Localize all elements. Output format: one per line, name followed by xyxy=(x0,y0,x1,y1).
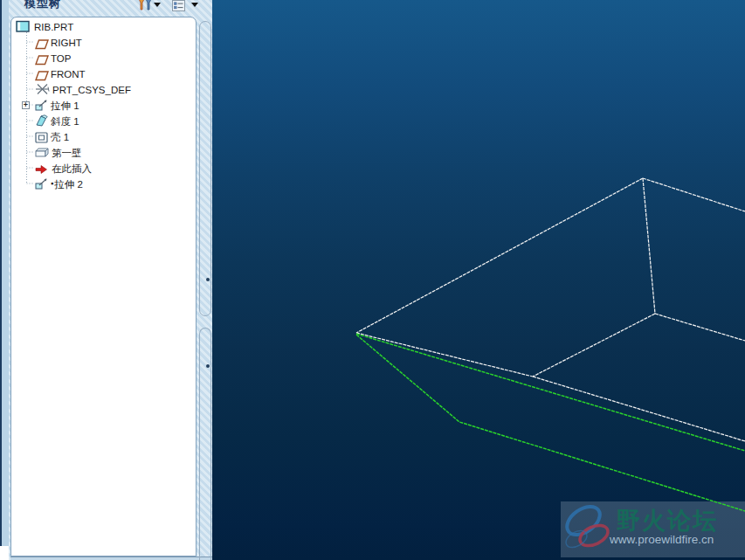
tree-item-rib-prt[interactable]: RIB.PRT xyxy=(16,18,73,34)
expand-toggle[interactable]: + xyxy=(22,101,30,109)
panel-title: 模型树 xyxy=(24,0,61,11)
tree-item-top[interactable]: TOP xyxy=(35,50,71,66)
tree-item-extrude-1[interactable]: 拉伸 1 xyxy=(35,97,79,113)
suppressed-marker: ▪ xyxy=(51,179,53,188)
part-icon xyxy=(16,20,30,36)
tree-item-prt-csys-def[interactable]: PRT_CSYS_DEF xyxy=(35,81,131,97)
wireframe-svg xyxy=(212,0,745,560)
splitter-grip-dot[interactable] xyxy=(206,364,210,368)
tree-item-first-wall[interactable]: 第一壁 xyxy=(35,144,82,160)
tree-item-insert-here[interactable]: 在此插入 xyxy=(35,160,92,176)
splitter-grip-dot[interactable] xyxy=(206,278,210,281)
tree-item-label: 拉伸 2 xyxy=(54,179,83,190)
tree-item-front[interactable]: FRONT xyxy=(35,66,86,81)
app-window: 模型树 xyxy=(0,0,745,560)
panel-bottom-border xyxy=(10,557,212,560)
splitter-bar-top[interactable] xyxy=(199,21,211,316)
tree-list-icon[interactable] xyxy=(172,0,185,15)
tree-item-right[interactable]: RIGHT xyxy=(35,34,82,50)
model-tree: RIB.PRT RIGHT TOP xyxy=(10,17,197,557)
tree-filter-icon[interactable] xyxy=(138,0,152,14)
list-dropdown-arrow-icon[interactable] xyxy=(191,3,198,7)
filter-dropdown-arrow-icon[interactable] xyxy=(154,3,161,7)
graphics-viewport[interactable]: 野火论坛 www.proewildfire.cn xyxy=(212,0,745,560)
tree-item-shell-1[interactable]: 壳 1 xyxy=(35,128,69,144)
bottom-left-corner xyxy=(0,546,9,560)
tree-item-draft-1[interactable]: 斜度 1 xyxy=(35,113,79,128)
window-left-strip xyxy=(2,0,9,546)
extrude-icon xyxy=(35,177,49,193)
tree-item-extrude-2[interactable]: ▪拉伸 2 xyxy=(35,176,83,191)
splitter-bar-bottom[interactable] xyxy=(199,328,211,560)
